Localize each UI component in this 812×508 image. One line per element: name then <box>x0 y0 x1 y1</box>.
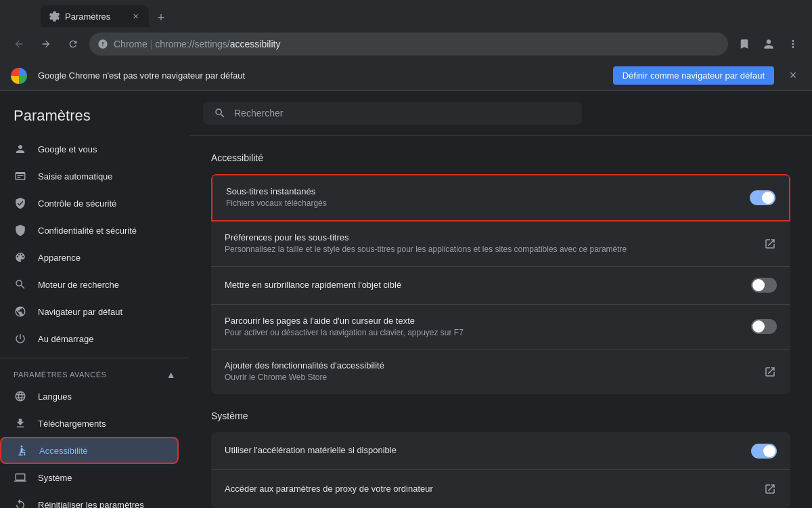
notification-close-button[interactable]: × <box>785 68 801 84</box>
add-accessibility-row[interactable]: Ajouter des fonctionnalités d'accessibil… <box>211 350 790 394</box>
sidebar-divider <box>0 358 189 358</box>
sidebar-item-label: Accessibilité <box>39 446 88 456</box>
caption-prefs-link[interactable] <box>763 237 777 251</box>
content-body: Accessibilité Sous-titres instantanés Fi… <box>189 136 812 508</box>
sidebar-item-google[interactable]: Google et vous <box>0 135 179 163</box>
add-accessibility-link[interactable] <box>763 365 777 379</box>
caret-browsing-row[interactable]: Parcourir les pages à l'aide d'un curseu… <box>211 305 790 350</box>
forward-button[interactable] <box>35 33 57 55</box>
proxy-link[interactable] <box>763 482 777 496</box>
sidebar-item-default-browser[interactable]: Navigateur par défaut <box>0 298 179 325</box>
back-button[interactable] <box>8 33 30 55</box>
search-icon <box>214 107 226 119</box>
sidebar-item-autofill[interactable]: Saisie automatique <box>0 163 179 190</box>
reset-icon <box>14 498 27 508</box>
shield-check-icon <box>14 196 27 210</box>
proxy-title: Accéder aux paramètres de proxy de votre… <box>225 484 752 494</box>
caption-prefs-subtitle: Personnalisez la taille et le style des … <box>225 244 752 255</box>
sidebar-item-label: Système <box>38 473 72 483</box>
highlight-focus-row[interactable]: Mettre en surbrillance rapidement l'obje… <box>211 267 790 305</box>
sidebar-item-label: Navigateur par défaut <box>38 307 122 317</box>
accessibility-card: Sous-titres instantanés Fichiers vocaux … <box>211 174 790 394</box>
search-bar[interactable] <box>203 102 582 125</box>
highlight-focus-content: Mettre en surbrillance rapidement l'obje… <box>225 280 740 291</box>
sidebar-item-label: Langues <box>38 391 72 402</box>
hardware-accel-toggle[interactable] <box>751 444 777 459</box>
tab-close-button[interactable]: ✕ <box>130 11 141 22</box>
sidebar-item-label: Au démarrage <box>38 334 93 344</box>
new-tab-button[interactable]: + <box>152 8 171 27</box>
search-input[interactable] <box>234 108 571 119</box>
toggle-switch[interactable] <box>751 444 777 459</box>
caret-browsing-content: Parcourir les pages à l'aide d'un curseu… <box>225 316 740 339</box>
system-section-title: Système <box>211 410 790 421</box>
shield-icon <box>14 224 27 237</box>
proxy-row[interactable]: Accéder aux paramètres de proxy de votre… <box>211 470 790 508</box>
caret-browsing-toggle[interactable] <box>751 319 777 334</box>
sidebar-item-security-check[interactable]: Contrôle de sécurité <box>0 190 179 217</box>
address-text: Chrome | chrome://settings/accessibility <box>114 39 720 49</box>
caret-browsing-subtitle: Pour activer ou désactiver la navigation… <box>225 327 740 339</box>
hardware-accel-content: Utiliser l'accélération matérielle si di… <box>225 445 740 457</box>
address-domain: Chrome <box>114 39 148 49</box>
nav-actions <box>734 33 804 55</box>
person-icon <box>14 142 27 156</box>
live-caption-toggle[interactable] <box>750 190 775 205</box>
live-caption-row[interactable]: Sous-titres instantanés Fichiers vocaux … <box>211 174 790 221</box>
caption-prefs-title: Préférences pour les sous-titres <box>225 232 752 242</box>
sidebar-item-label: Confidentialité et sécurité <box>38 226 137 236</box>
caret-browsing-title: Parcourir les pages à l'aide d'un curseu… <box>225 316 740 326</box>
sidebar-item-search[interactable]: Moteur de recherche <box>0 271 179 298</box>
sidebar-item-label: Google et vous <box>38 144 97 154</box>
toggle-switch[interactable] <box>751 319 777 334</box>
sidebar-item-label: Apparence <box>38 253 81 263</box>
caption-prefs-row[interactable]: Préférences pour les sous-titres Personn… <box>211 221 790 267</box>
toggle-switch[interactable] <box>751 278 777 293</box>
live-caption-content: Sous-titres instantanés Fichiers vocaux … <box>226 186 739 209</box>
system-icon <box>14 471 27 484</box>
chrome-logo <box>11 68 27 84</box>
profile-button[interactable] <box>758 33 780 55</box>
advanced-section-header: Paramètres avancés ▲ <box>0 364 189 383</box>
power-icon <box>14 332 27 345</box>
sidebar-item-appearance[interactable]: Apparence <box>0 244 179 271</box>
content-area: Accessibilité Sous-titres instantanés Fi… <box>189 91 812 508</box>
sidebar-item-downloads[interactable]: Téléchargements <box>0 410 179 437</box>
search-icon <box>14 278 27 291</box>
sidebar-item-label: Réinitialiser les paramètres <box>38 500 144 509</box>
reload-button[interactable] <box>62 33 84 55</box>
caption-prefs-content: Préférences pour les sous-titres Personn… <box>225 232 752 255</box>
accessibility-section-title: Accessibilité <box>211 152 790 163</box>
sidebar-item-label: Contrôle de sécurité <box>38 198 116 209</box>
sidebar-item-languages[interactable]: Langues <box>0 383 179 410</box>
browser-chrome: Paramètres ✕ + Chrome | chrome://setting… <box>0 0 812 61</box>
palette-icon <box>14 251 27 264</box>
collapse-icon[interactable]: ▲ <box>166 369 176 380</box>
set-default-button[interactable]: Définir comme navigateur par défaut <box>613 66 774 85</box>
highlight-focus-title: Mettre en surbrillance rapidement l'obje… <box>225 280 740 290</box>
toggle-switch[interactable] <box>750 190 775 205</box>
globe-icon <box>14 389 27 403</box>
sidebar-item-reset[interactable]: Réinitialiser les paramètres <box>0 491 179 508</box>
notification-bar: Google Chrome n'est pas votre navigateur… <box>0 61 812 91</box>
advanced-section-label: Paramètres avancés <box>14 371 106 379</box>
address-bar[interactable]: Chrome | chrome://settings/accessibility <box>89 33 728 56</box>
settings-tab[interactable]: Paramètres ✕ <box>41 5 149 27</box>
bookmark-button[interactable] <box>734 33 755 55</box>
browser-icon <box>14 305 27 318</box>
sidebar-title: Paramètres <box>0 102 189 135</box>
sidebar-item-system[interactable]: Système <box>0 464 179 491</box>
sidebar-item-privacy[interactable]: Confidentialité et sécurité <box>0 217 179 244</box>
tab-gear-icon <box>49 11 60 22</box>
menu-button[interactable] <box>782 33 804 55</box>
nav-bar: Chrome | chrome://settings/accessibility <box>0 27 812 61</box>
sidebar: Paramètres Google et vous Saisie automat… <box>0 91 189 508</box>
highlight-focus-toggle[interactable] <box>751 278 777 293</box>
chrome-info-icon <box>97 39 108 49</box>
sidebar-item-accessibility[interactable]: Accessibilité <box>0 437 179 464</box>
hardware-accel-title: Utiliser l'accélération matérielle si di… <box>225 445 740 455</box>
svg-point-1 <box>21 446 23 448</box>
hardware-accel-row[interactable]: Utiliser l'accélération matérielle si di… <box>211 432 790 470</box>
sidebar-item-startup[interactable]: Au démarrage <box>0 325 179 352</box>
accessibility-icon <box>15 444 28 457</box>
